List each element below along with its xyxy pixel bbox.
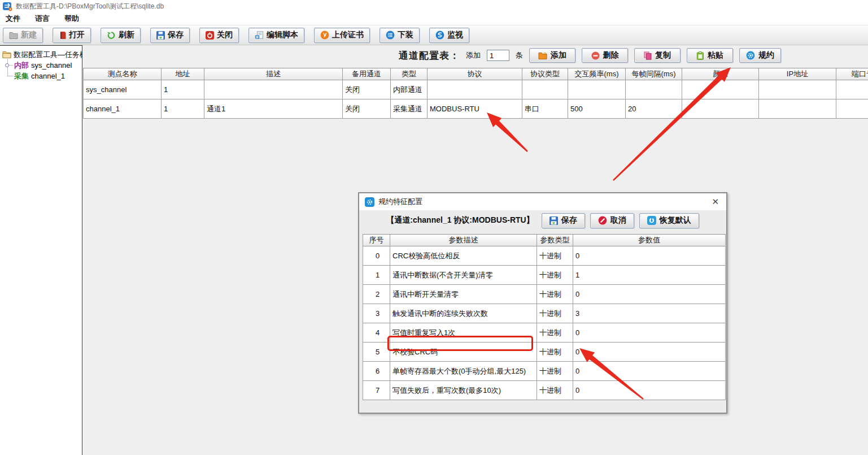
col-header-protocol-type[interactable]: 协议类型 — [522, 68, 568, 80]
param-value[interactable]: 0 — [573, 362, 726, 381]
param-value[interactable]: 1 — [573, 266, 726, 285]
cell-color[interactable] — [682, 99, 759, 119]
refresh-button[interactable]: 刷新 — [101, 28, 141, 43]
col-header-port[interactable]: 端口号 — [836, 68, 868, 80]
col-header-index[interactable]: 序号 — [363, 235, 390, 246]
col-header-name[interactable]: 测点名称 — [84, 68, 162, 80]
tree-item-channel-1[interactable]: 采集 channel_1 — [7, 71, 82, 81]
cell-port[interactable] — [836, 80, 868, 99]
tree-node-handle-icon[interactable] — [5, 63, 9, 67]
col-header-param-value[interactable]: 参数值 — [573, 235, 726, 246]
download-button[interactable]: 下装 — [380, 28, 420, 43]
col-header-type[interactable]: 类型 — [391, 68, 428, 80]
cell-name[interactable]: channel_1 — [84, 99, 162, 119]
cell-description[interactable]: 通道1 — [204, 99, 343, 119]
cell-protocol-type[interactable] — [522, 80, 568, 99]
cell-address[interactable]: 1 — [162, 80, 204, 99]
param-type[interactable]: 十进制 — [537, 362, 573, 381]
tree-root[interactable]: 数据配置工具—任务树 — [2, 49, 82, 60]
cell-type[interactable]: 采集通道 — [391, 99, 428, 119]
param-desc[interactable]: 通讯中断开关量清零 — [390, 285, 537, 304]
cell-color[interactable] — [682, 80, 759, 99]
paste-button[interactable]: 粘贴 — [687, 48, 733, 63]
power-icon — [206, 31, 214, 40]
param-type[interactable]: 十进制 — [537, 285, 573, 304]
col-header-address[interactable]: 地址 — [162, 68, 204, 80]
param-index[interactable]: 6 — [363, 362, 390, 381]
col-header-backup[interactable]: 备用通道 — [343, 68, 391, 80]
cell-ip[interactable] — [759, 99, 836, 119]
col-header-ip[interactable]: IP地址 — [759, 68, 836, 80]
col-header-frame-interval[interactable]: 每帧间隔(ms) — [626, 68, 682, 80]
cell-backup[interactable]: 关闭 — [343, 80, 391, 99]
param-desc[interactable]: 写值失败后，重写次数(最多10次) — [390, 381, 537, 400]
dialog-save-button[interactable]: 保存 — [542, 213, 585, 228]
dialog-close-icon[interactable]: ✕ — [710, 197, 721, 207]
param-type[interactable]: 十进制 — [537, 381, 573, 400]
param-value[interactable]: 3 — [573, 304, 726, 323]
menu-file[interactable]: 文件 — [6, 14, 20, 24]
cell-description[interactable] — [204, 80, 343, 99]
col-header-poll-freq[interactable]: 交互频率(ms) — [568, 68, 626, 80]
add-row-button[interactable]: 添加 — [529, 48, 575, 63]
param-value[interactable]: 0 — [573, 343, 726, 362]
cell-frame-interval[interactable] — [626, 80, 682, 99]
menu-language[interactable]: 语言 — [35, 14, 50, 24]
cell-poll-freq[interactable]: 500 — [568, 99, 626, 119]
cell-poll-freq[interactable] — [568, 80, 626, 99]
cell-backup[interactable]: 关闭 — [343, 99, 391, 119]
open-button[interactable]: 打开 — [53, 28, 91, 43]
delete-row-button[interactable]: 删除 — [582, 48, 628, 63]
upload-cert-button[interactable]: 上传证书 — [314, 28, 370, 43]
add-count-input[interactable] — [487, 50, 509, 61]
col-header-param-type[interactable]: 参数类型 — [537, 235, 573, 246]
dialog-cancel-button[interactable]: 取消 — [590, 213, 634, 228]
param-type[interactable]: 十进制 — [537, 266, 573, 285]
cell-port[interactable] — [836, 99, 868, 119]
col-header-color[interactable]: 颜色 — [682, 68, 759, 80]
tree-item-sys-channel[interactable]: 内部 sys_channel — [7, 60, 82, 71]
cell-type[interactable]: 内部通道 — [391, 80, 428, 99]
param-desc-highlighted[interactable]: 单帧寄存器最大个数(0手动分组,最大125) — [390, 362, 537, 381]
cell-protocol-type[interactable]: 串口 — [522, 99, 568, 119]
dialog-restore-default-button[interactable]: 恢复默认 — [639, 213, 699, 228]
param-type[interactable]: 十进制 — [537, 246, 573, 266]
param-value[interactable]: 0 — [573, 285, 726, 304]
cell-ip[interactable] — [759, 80, 836, 99]
param-index[interactable]: 3 — [363, 304, 390, 323]
param-type[interactable]: 十进制 — [537, 323, 573, 343]
param-desc[interactable]: 触发通讯中断的连续失败次数 — [390, 304, 537, 323]
param-index[interactable]: 4 — [363, 323, 390, 343]
cell-name[interactable]: sys_channel — [84, 80, 162, 99]
param-index[interactable]: 1 — [363, 266, 390, 285]
param-desc[interactable]: 写值时重复写入1次 — [390, 323, 537, 343]
new-button[interactable]: 新建 — [3, 28, 43, 43]
col-header-param-desc[interactable]: 参数描述 — [390, 235, 537, 246]
close-button[interactable]: 关闭 — [199, 28, 239, 43]
copy-button[interactable]: 复制 — [634, 48, 681, 63]
menu-help[interactable]: 帮助 — [64, 14, 79, 24]
monitor-button[interactable]: 监视 — [429, 28, 469, 43]
save-button[interactable]: 保存 — [150, 28, 190, 43]
param-type[interactable]: 十进制 — [537, 343, 573, 362]
param-desc[interactable]: CRC校验高低位相反 — [390, 246, 537, 266]
protocol-button[interactable]: 规约 — [739, 48, 781, 63]
param-value[interactable]: 0 — [573, 246, 726, 266]
cell-protocol-selected[interactable]: MODBUS-RTU — [428, 99, 522, 119]
param-desc[interactable]: 不校验CRC码 — [390, 343, 537, 362]
cell-frame-interval[interactable]: 20 — [626, 99, 682, 119]
param-value[interactable]: 0 — [573, 381, 726, 400]
cell-address[interactable]: 1 — [162, 99, 204, 119]
col-header-description[interactable]: 描述 — [204, 68, 343, 80]
cell-protocol[interactable] — [428, 80, 522, 99]
param-desc[interactable]: 通讯中断数据(不含开关量)清零 — [390, 266, 537, 285]
param-index[interactable]: 5 — [363, 343, 390, 362]
param-value[interactable]: 0 — [573, 323, 726, 343]
dialog-header-bar: 【通道:channel_1 协议:MODBUS-RTU】 保存 取消 恢复默认 — [359, 210, 726, 231]
param-index[interactable]: 7 — [363, 381, 390, 400]
param-index[interactable]: 2 — [363, 285, 390, 304]
col-header-protocol[interactable]: 协议 — [428, 68, 522, 80]
param-type[interactable]: 十进制 — [537, 304, 573, 323]
param-index[interactable]: 0 — [363, 246, 390, 266]
edit-script-button[interactable]: 编辑脚本 — [248, 28, 304, 43]
